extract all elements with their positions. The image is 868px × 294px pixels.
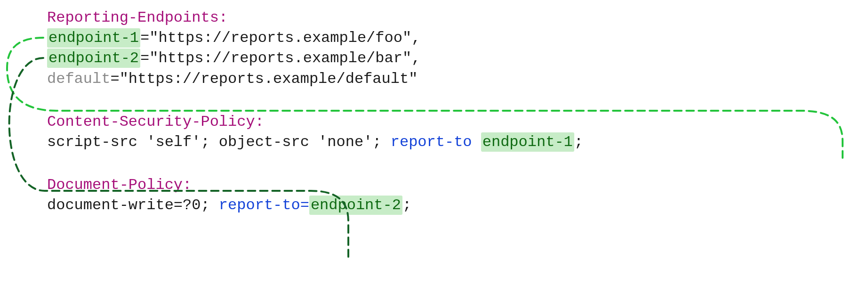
csp-endpoint-ref: endpoint-1: [481, 132, 574, 152]
endpoint-2-value: ="https://reports.example/bar",: [140, 49, 420, 67]
csp-header: Content-Security-Policy:: [47, 112, 868, 132]
docpolicy-body-post: ;: [402, 196, 411, 214]
endpoint-1-value: ="https://reports.example/foo",: [140, 29, 420, 47]
code-container: Reporting-Endpoints: endpoint-1="https:/…: [0, 0, 868, 216]
csp-body-post: ;: [574, 133, 583, 151]
header-name: Document-Policy:: [47, 176, 192, 194]
default-key: default: [47, 70, 110, 88]
endpoint-1-line: endpoint-1="https://reports.example/foo"…: [47, 28, 868, 48]
default-line: default="https://reports.example/default…: [47, 69, 868, 89]
docpolicy-body-pre: document-write=?0;: [47, 196, 219, 214]
header-name: Reporting-Endpoints:: [47, 9, 228, 26]
reporting-header: Reporting-Endpoints:: [47, 8, 868, 28]
reporting-endpoints-block: Reporting-Endpoints: endpoint-1="https:/…: [47, 8, 868, 89]
endpoint-2-key: endpoint-2: [47, 49, 140, 68]
header-name: Content-Security-Policy:: [47, 113, 264, 131]
docpolicy-report-to-directive: report-to=: [219, 196, 309, 214]
endpoint-1-key: endpoint-1: [47, 28, 140, 48]
default-value: ="https://reports.example/default": [110, 70, 418, 88]
docpolicy-endpoint-ref: endpoint-2: [309, 196, 402, 215]
csp-block: Content-Security-Policy: script-src 'sel…: [47, 112, 868, 152]
csp-body-pre: script-src 'self'; object-src 'none';: [47, 133, 391, 151]
docpolicy-header: Document-Policy:: [47, 175, 868, 195]
csp-report-to-directive: report-to: [391, 133, 481, 151]
docpolicy-block: Document-Policy: document-write=?0; repo…: [47, 175, 868, 215]
docpolicy-body: document-write=?0; report-to=endpoint-2;: [47, 195, 868, 215]
csp-body: script-src 'self'; object-src 'none'; re…: [47, 132, 868, 152]
endpoint-2-line: endpoint-2="https://reports.example/bar"…: [47, 48, 868, 68]
